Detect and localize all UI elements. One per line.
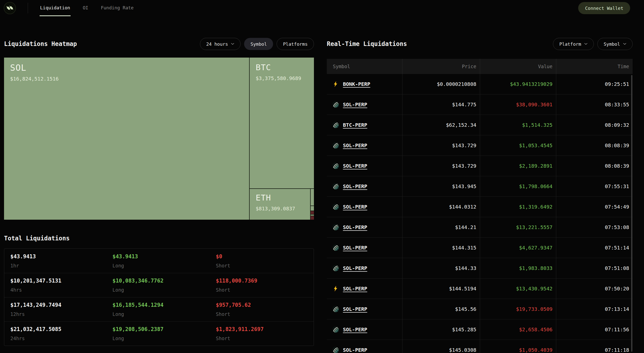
column-header-price: Price <box>402 59 480 74</box>
symbol-filter-dropdown[interactable]: Symbol <box>597 38 633 50</box>
time-cell: 08:08:39 <box>556 156 633 176</box>
time-cell: 07:54:49 <box>556 197 633 217</box>
liquidation-row: BTC-PERP $62,152.34 $1,514.325 08:09:32 <box>327 115 633 135</box>
value-cell: $1,319.6492 <box>480 197 556 217</box>
symbol-link[interactable]: SOL-PERP <box>343 306 367 312</box>
treemap-value: $813,309.0837 <box>256 206 310 212</box>
time-range-dropdown[interactable]: 24 hours <box>200 38 241 50</box>
chevron-down-icon <box>584 43 588 45</box>
symbol-link[interactable]: SOL-PERP <box>343 142 367 148</box>
price-cell: $145.285 <box>402 319 480 340</box>
symbol-link[interactable]: SOL-PERP <box>343 265 367 271</box>
total-value: $21,032,417.5085 <box>10 326 112 332</box>
heatmap-symbol-toggle[interactable]: Symbol <box>244 38 273 50</box>
long-value: $43.9413 <box>112 254 216 260</box>
symbol-link[interactable]: SOL-PERP <box>343 326 367 333</box>
treemap-mini-cell <box>311 211 314 214</box>
liquidation-row: SOL-PERP $144.5194 $13,430.9542 07:50:20 <box>327 279 633 299</box>
liquidation-row: SOL-PERP $144.0312 $1,319.6492 07:54:49 <box>327 197 633 217</box>
value-cell: $1,053.4545 <box>480 135 556 156</box>
symbol-link[interactable]: SOL-PERP <box>343 163 367 169</box>
drift-platform-icon <box>332 265 339 271</box>
symbol-cell: SOL-PERP <box>327 340 402 353</box>
price-cell: $62,152.34 <box>402 115 480 135</box>
symbol-link[interactable]: SOL-PERP <box>343 204 367 210</box>
value-cell: $2,189.2891 <box>480 156 556 176</box>
time-cell: 07:13:14 <box>556 299 633 319</box>
liquidation-row: SOL-PERP $143.729 $1,053.4545 08:08:39 <box>327 135 633 156</box>
realtime-title: Real-Time Liquidations <box>327 40 407 47</box>
column-header-value: Value <box>480 59 556 74</box>
short-label: Short <box>216 336 314 341</box>
symbol-link[interactable]: SOL-PERP <box>343 224 367 230</box>
short-value: $957,705.62 <box>216 302 314 308</box>
symbol-cell: SOL-PERP <box>327 197 402 217</box>
symbol-link[interactable]: SOL-PERP <box>343 286 367 292</box>
long-label: Long <box>112 336 216 341</box>
symbol-link[interactable]: SOL-PERP <box>343 102 367 108</box>
price-cell: $144.21 <box>402 217 480 237</box>
time-cell: 07:11:18 <box>556 340 633 353</box>
liquidation-row: SOL-PERP $143.729 $2,189.2891 08:08:39 <box>327 156 633 176</box>
long-cell: $43.9413 Long <box>112 254 216 268</box>
tab-funding-rate[interactable]: Funding Rate <box>100 0 134 16</box>
long-label: Long <box>112 311 216 317</box>
symbol-link[interactable]: BTC-PERP <box>343 122 367 128</box>
column-header-symbol: Symbol <box>327 59 402 74</box>
symbol-cell: SOL-PERP <box>327 135 402 156</box>
lightning-icon <box>332 81 339 87</box>
tab-oi[interactable]: OI <box>82 0 89 16</box>
symbol-link[interactable]: SOL-PERP <box>343 183 367 189</box>
liquidations-treemap: SOL $16,824,512.1516 BTC $3,375,580.9689… <box>4 58 314 220</box>
treemap-cell-eth[interactable]: ETH $813,309.0837 <box>250 189 310 220</box>
symbol-cell: SOL-PERP <box>327 258 402 278</box>
drift-platform-icon <box>332 142 339 149</box>
table-body: BONK-PERP $0.0000210808 $43.9413219029 0… <box>327 74 633 353</box>
long-value: $19,208,506.2387 <box>112 326 216 332</box>
treemap-cell-sol[interactable]: SOL $16,824,512.1516 <box>4 58 249 220</box>
tab-liquidation[interactable]: Liquidation <box>40 0 71 16</box>
total-liquidations-table: $43.9413 1hr $43.9413 Long $0 Short $10,… <box>4 248 314 346</box>
period-label: 4hrs <box>10 287 112 293</box>
table-scrollbar[interactable] <box>631 75 632 352</box>
symbol-link[interactable]: BONK-PERP <box>343 81 370 87</box>
total-cell: $17,143,249.7494 12hrs <box>10 302 112 317</box>
value-cell: $1,798.0664 <box>480 176 556 196</box>
liquidation-row: SOL-PERP $144.33 $1,983.8033 07:51:08 <box>327 258 633 279</box>
liquidation-row: SOL-PERP $144.21 $13,221.5557 07:53:08 <box>327 217 633 238</box>
total-liquidations-row: $17,143,249.7494 12hrs $16,185,544.1294 … <box>4 297 314 321</box>
long-label: Long <box>112 263 216 268</box>
symbol-link[interactable]: SOL-PERP <box>343 347 367 353</box>
short-value: $1,823,911.2697 <box>216 326 314 332</box>
time-cell: 07:51:08 <box>556 258 633 278</box>
symbol-cell: SOL-PERP <box>327 94 402 115</box>
value-cell: $1,514.325 <box>480 115 556 135</box>
total-value: $43.9413 <box>10 254 112 260</box>
time-cell: 08:09:32 <box>556 115 633 135</box>
symbol-link[interactable]: SOL-PERP <box>343 245 367 251</box>
drift-platform-icon <box>332 163 339 169</box>
long-cell: $10,083,346.7762 Long <box>112 278 216 293</box>
price-cell: $0.0000210808 <box>402 74 480 94</box>
short-cell: $957,705.62 Short <box>216 302 314 317</box>
realtime-liquidations-table: Symbol Price Value Time BONK-PERP $0.000… <box>327 59 633 353</box>
period-label: 12hrs <box>10 311 112 317</box>
platform-filter-dropdown[interactable]: Platform <box>553 38 594 50</box>
symbol-cell: SOL-PERP <box>327 217 402 237</box>
tab-label: OI <box>83 5 88 10</box>
connect-wallet-button[interactable]: Connect Wallet <box>578 2 630 14</box>
time-cell: 07:50:20 <box>556 279 633 299</box>
liquidation-row: SOL-PERP $144.775 $38,090.3601 08:33:55 <box>327 94 633 115</box>
time-cell: 07:51:14 <box>556 238 633 258</box>
symbol-cell: SOL-PERP <box>327 299 402 319</box>
heatmap-panel: Liquidations Heatmap 24 hours Symbol Pla… <box>4 38 314 346</box>
treemap-mini-cell <box>311 206 314 211</box>
treemap-value: $3,375,580.9689 <box>256 75 314 81</box>
price-cell: $144.0312 <box>402 197 480 217</box>
treemap-cell-btc[interactable]: BTC $3,375,580.9689 <box>250 58 314 188</box>
time-cell: 08:33:55 <box>556 94 633 115</box>
heatmap-platforms-toggle[interactable]: Platforms <box>277 38 314 50</box>
table-header: Symbol Price Value Time <box>327 59 633 74</box>
symbol-cell: SOL-PERP <box>327 156 402 176</box>
platform-filter-label: Platform <box>559 41 581 47</box>
